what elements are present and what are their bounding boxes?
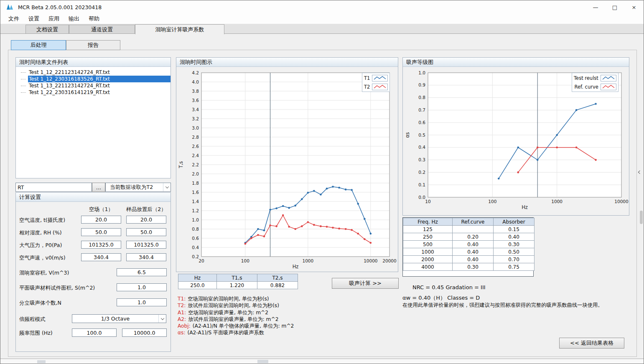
bottom-edge <box>0 359 644 364</box>
note-alpha-s: αs:(A2-A1)/S 平面吸声体的吸声系数 <box>178 329 294 336</box>
input-air-temperature-2[interactable] <box>126 216 166 224</box>
scrollbar-thumb[interactable] <box>640 211 643 224</box>
column-header-empty-room: 空场（1） <box>81 206 121 213</box>
svg-text:4.2: 4.2 <box>192 70 199 75</box>
minimize-button[interactable]: — <box>586 0 605 14</box>
app-logo-icon <box>6 3 14 11</box>
aw-result: αw = 0.40（H） Classes = D <box>402 294 480 302</box>
input-absorber-count[interactable] <box>117 298 167 306</box>
tab-postprocess[interactable]: 后处理 <box>11 40 66 50</box>
close-button[interactable]: × <box>624 0 644 14</box>
svg-text:1.4: 1.4 <box>192 199 199 204</box>
svg-text:1000: 1000 <box>551 199 563 204</box>
tab-report[interactable]: 报告 <box>66 40 120 50</box>
input-sample-area[interactable] <box>117 283 167 291</box>
svg-text:0.0: 0.0 <box>418 195 425 200</box>
file-list-title: 混时间结果文件列表 <box>16 58 171 67</box>
main-tab-strip: 文档设置 通道设置 混响室计算吸声系数 <box>0 24 644 34</box>
label-pressure: 大气压力，P0(Pa) <box>19 242 62 249</box>
data-mode-value: 当前数据读取为T2 <box>106 184 163 191</box>
rt-chart[interactable]: 0.20.40.60.81.01.21.41.61.82.02.22.42.62… <box>176 67 399 272</box>
svg-text:0.2: 0.2 <box>418 170 425 175</box>
legend-entry-t2: T2 <box>364 83 388 91</box>
input-humidity-2[interactable] <box>126 228 166 236</box>
maximize-button[interactable]: □ <box>605 0 624 14</box>
svg-text:0.5: 0.5 <box>418 132 425 137</box>
svg-text:0.4: 0.4 <box>418 145 425 150</box>
svg-text:20: 20 <box>199 258 204 263</box>
table-row: 20000.400.70 <box>403 256 535 263</box>
label-octave-mode: 倍频程模式 <box>19 316 46 323</box>
grade-header-absorber: Absorber <box>494 218 535 226</box>
tree-branch-icon <box>21 92 26 93</box>
menu-output[interactable]: 输出 <box>64 14 84 23</box>
input-pressure-2[interactable] <box>126 241 166 249</box>
legend-entry-ref-curve: Ref. curve <box>574 83 616 91</box>
note-a2: A2:放试件后混响室的吸声量, 单位为: m^2 <box>178 316 294 323</box>
tab-document-settings[interactable]: 文档设置 <box>25 25 69 34</box>
collapse-arrow-icon[interactable] <box>637 168 642 176</box>
rt-chart-title: 混响时间图示 <box>176 58 398 67</box>
background-window-fragment <box>257 360 268 363</box>
input-sound-speed-1[interactable] <box>81 253 121 261</box>
back-to-results-button[interactable]: << 返回结果表格 <box>559 338 624 349</box>
label-sound-speed: 空气声速，v0(m/s) <box>19 255 66 262</box>
svg-text:0.6: 0.6 <box>192 236 199 241</box>
t1-legend-icon <box>372 75 388 81</box>
svg-text:4.0: 4.0 <box>192 79 199 84</box>
calc-settings-panel: 计算设置 空场（1） 样品放置后（2） 空气温度, t(摄氏度) 相对湿度, R… <box>15 192 171 352</box>
octave-mode-value: 1/3 Octave <box>72 316 158 322</box>
menu-help[interactable]: 帮助 <box>84 14 104 23</box>
input-room-volume[interactable] <box>117 268 167 276</box>
list-item[interactable]: Test 1_13_221123142724_RT.txt <box>16 82 171 89</box>
list-item[interactable]: Test 1_22_230316141219_RT.txt <box>16 89 171 96</box>
label-freq-range: 频率范围 (Hz) <box>19 330 53 337</box>
svg-text:1.8: 1.8 <box>192 181 199 186</box>
data-mode-dropdown[interactable]: 当前数据读取为T2 <box>105 183 171 192</box>
note-a1: A1:空场混响室的吸声量, 单位为: m^2 <box>178 309 294 316</box>
svg-text:1.0: 1.0 <box>192 217 199 222</box>
input-humidity-1[interactable] <box>81 228 121 236</box>
note-t2: T2:放试件后混响室的混响时间, 单位为秒(s) <box>178 302 294 309</box>
tab-channel-settings[interactable]: 通道设置 <box>69 25 135 34</box>
list-item[interactable]: Test 1_12_230316183526_RT.txt <box>16 76 171 82</box>
input-air-temperature-1[interactable] <box>81 216 121 224</box>
readout-value-hz: 250.0 <box>178 282 217 289</box>
svg-text:3.2: 3.2 <box>192 116 199 121</box>
input-sound-speed-2[interactable] <box>126 253 166 261</box>
legend-entry-test-result: Test reulst <box>574 74 616 82</box>
legend-label-t1: T1 <box>364 75 370 81</box>
input-pressure-1[interactable] <box>81 241 121 249</box>
octave-mode-dropdown[interactable]: 1/3 Octave <box>72 314 166 323</box>
menu-application[interactable]: 应用 <box>44 14 64 23</box>
svg-text:1.6: 1.6 <box>192 190 199 195</box>
list-item[interactable]: Test 1_12_221123142724_RT.txt <box>16 69 171 76</box>
grade-header-freq: Freq. Hz <box>403 218 453 226</box>
menu-file[interactable]: 文件 <box>4 14 24 23</box>
grade-table-container: Freq. Hz Ref.curve Absorber 1250.15 2500… <box>402 217 534 277</box>
svg-text:0.2: 0.2 <box>192 254 199 259</box>
mcr-app-window: MCR Beta 2.05.0.001 20230418 — □ × 文件 设置… <box>0 0 644 364</box>
input-freq-max[interactable] <box>122 328 167 337</box>
legend-label-t2: T2 <box>364 84 370 90</box>
label-humidity: 相对湿度, RH (%) <box>19 229 62 237</box>
notes-block: T1:空场混响室的混响时间, 单位为秒(s) T2:放试件后混响室的混响时间, … <box>178 295 294 336</box>
absorption-calc-button[interactable]: 吸声计算 >> <box>332 278 399 289</box>
label-air-temperature: 空气温度, t(摄氏度) <box>19 217 65 224</box>
test-result-legend-icon <box>601 75 616 81</box>
menu-settings[interactable]: 设置 <box>24 14 44 23</box>
svg-text:0.4: 0.4 <box>192 245 199 250</box>
legend-label-test-result: Test reulst <box>574 75 598 81</box>
title-bar: MCR Beta 2.05.0.001 20230418 — □ × <box>0 0 644 14</box>
tab-absorption-calc[interactable]: 混响室计算吸声系数 <box>135 24 224 34</box>
svg-text:0.8: 0.8 <box>418 95 425 100</box>
rt-name-input[interactable] <box>15 183 92 192</box>
label-absorber-count: 分立吸声体个数,N <box>19 300 61 307</box>
input-freq-min[interactable] <box>72 328 117 337</box>
browse-button[interactable]: ... <box>92 183 105 192</box>
svg-text:20000: 20000 <box>382 258 396 263</box>
menu-bar: 文件 设置 应用 输出 帮助 <box>0 14 644 24</box>
svg-text:1.0: 1.0 <box>418 70 425 75</box>
svg-text:1.2: 1.2 <box>192 208 199 213</box>
readout-header-t1: T1,s <box>217 274 257 282</box>
